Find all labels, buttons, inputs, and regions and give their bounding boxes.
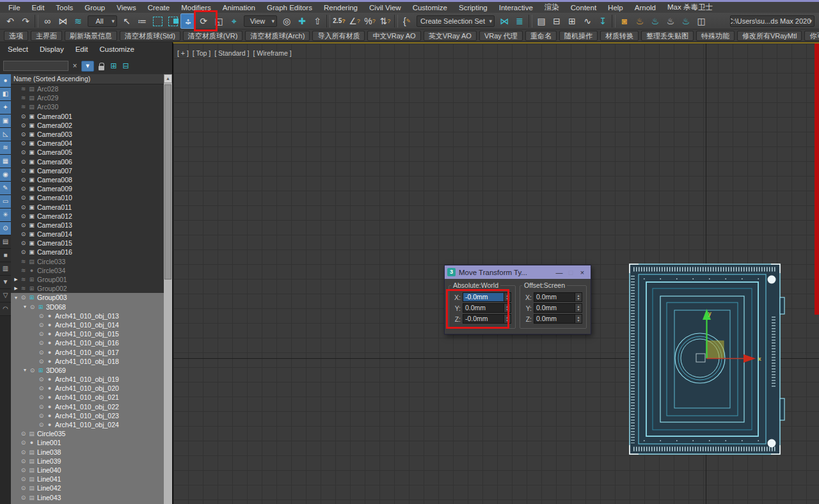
visibility-icon[interactable]: ≋ <box>19 285 28 292</box>
list-item[interactable]: ▶ ≋ ⊞ Group001 <box>11 275 164 284</box>
script-button[interactable]: 导入所有材质 <box>312 31 365 41</box>
script-button[interactable]: 随机操作 <box>559 31 598 41</box>
gizmo-xy-plane[interactable] <box>706 341 724 358</box>
name-column-header[interactable]: Name (Sorted Ascending) <box>11 74 164 84</box>
script-button[interactable]: 清空材质球(VR) <box>183 31 243 41</box>
visibility-icon[interactable]: ⊙ <box>28 367 36 374</box>
display-bones-icon[interactable]: ✎ <box>0 182 11 195</box>
absolute-x-field[interactable]: -0.0mm <box>463 292 511 302</box>
maximize-button[interactable]: □ <box>565 269 576 276</box>
script-button[interactable]: 英文VRay AO <box>424 31 477 41</box>
window-crossing-toggle-icon[interactable] <box>165 13 180 29</box>
visibility-icon[interactable]: ⊙ <box>19 439 28 446</box>
select-and-scale-icon[interactable]: ◱ <box>211 13 227 29</box>
list-item[interactable]: ⊙ ● Arch41_010_obj_024 <box>11 420 164 429</box>
visibility-icon[interactable]: ⊙ <box>19 194 28 201</box>
display-helpers-icon[interactable]: ◺ <box>0 128 11 141</box>
visibility-icon[interactable]: ⊙ <box>19 467 28 473</box>
visibility-icon[interactable]: ⊙ <box>19 449 28 455</box>
hierarchy-view-icon[interactable]: ⊞ <box>109 61 118 70</box>
named-selection-set-dropdown[interactable]: Create Selection Set <box>417 15 495 27</box>
minimize-button[interactable]: — <box>553 269 565 276</box>
menu-customize[interactable]: Customize <box>407 4 453 12</box>
x-spinner[interactable] <box>504 293 511 301</box>
menu-group[interactable]: Group <box>79 4 111 12</box>
list-item[interactable]: ⊙ ▣ Camera003 <box>11 130 164 139</box>
list-item[interactable]: ⊙ ● Arch41_010_obj_017 <box>11 347 164 356</box>
visibility-icon[interactable]: ⊙ <box>19 494 28 501</box>
spinner-snap-icon[interactable]: ⇅ <box>378 13 393 29</box>
snaps-toggle-2-5-icon[interactable]: 2.5 <box>331 13 347 29</box>
scrollbar-thumb[interactable] <box>164 84 171 280</box>
filter-funnel-button[interactable]: ▼ <box>81 61 94 72</box>
material-editor-icon[interactable]: ◙ <box>617 13 632 29</box>
select-by-name-icon[interactable]: ≔ <box>134 13 150 29</box>
select-and-manipulate-icon[interactable]: ⇧ <box>310 13 325 29</box>
menu-tools[interactable]: Tools <box>50 4 79 12</box>
filter-funnel-icon[interactable]: ▼ <box>0 276 11 289</box>
list-item[interactable]: ⊙ ● Arch41_010_obj_019 <box>11 375 164 384</box>
visibility-icon[interactable]: ⊙ <box>19 131 28 138</box>
visibility-icon[interactable]: ⊙ <box>19 476 28 482</box>
offset-z-field[interactable]: 0.0mm <box>534 314 582 324</box>
offset-x-field[interactable]: 0.0mm <box>534 292 582 302</box>
expand-arrow-icon[interactable]: ▼ <box>22 304 28 309</box>
absolute-y-value[interactable]: 0.0mm <box>463 304 504 312</box>
select-and-rotate-icon[interactable]: ⟳ <box>196 13 211 29</box>
material-view-icon[interactable]: ■ <box>0 249 11 262</box>
visibility-icon[interactable]: ⊙ <box>19 177 28 183</box>
menu-edit[interactable]: Edit <box>26 4 51 12</box>
list-item[interactable]: ▶ ≋ ⊞ Group002 <box>11 284 164 293</box>
visibility-icon[interactable]: ⊙ <box>37 322 45 328</box>
visibility-icon[interactable]: ⊙ <box>37 358 45 365</box>
visibility-icon[interactable]: ≋ <box>19 104 28 110</box>
search-input[interactable] <box>3 61 68 71</box>
rect-selection-region-icon[interactable] <box>150 13 165 29</box>
visibility-icon[interactable]: ⊙ <box>37 376 45 382</box>
visibility-icon[interactable]: ⊙ <box>19 168 28 174</box>
selected-wireframe-object[interactable]: y x <box>624 259 786 459</box>
visibility-icon[interactable]: ⊙ <box>19 240 28 246</box>
visibility-icon[interactable]: ⊙ <box>19 113 28 120</box>
list-item[interactable]: ⊙ ▣ Camera012 <box>11 212 164 221</box>
absolute-x-value[interactable]: -0.0mm <box>463 293 504 301</box>
offset-x-value[interactable]: 0.0mm <box>534 293 575 301</box>
render-production-icon[interactable]: ♨ <box>663 13 678 29</box>
display-spacewarps-icon[interactable]: ≋ <box>0 141 11 155</box>
visibility-icon[interactable]: ⊙ <box>37 385 45 391</box>
mirror-icon[interactable]: ⋈ <box>497 13 512 29</box>
scroll-up-button[interactable]: ▲ <box>164 74 172 83</box>
menu-help[interactable]: Help <box>602 4 629 12</box>
dialog-titlebar[interactable]: 3 Move Transform Ty... — □ × <box>445 265 591 279</box>
visibility-icon[interactable]: ⊙ <box>19 294 28 301</box>
list-item[interactable]: ⊙ ▣ Camera001 <box>11 112 164 121</box>
list-item[interactable]: ⊙ ● Line001 <box>11 438 164 447</box>
ribbon-toggle-icon[interactable]: ⊞ <box>564 13 580 29</box>
script-button[interactable]: 材质转换 <box>600 31 639 41</box>
list-item[interactable]: ⊙ ▣ Camera007 <box>11 166 164 175</box>
list-item[interactable]: ⊙ ● Arch41_010_obj_023 <box>11 411 164 420</box>
list-item[interactable]: ⊙ ● Arch41_010_obj_018 <box>11 357 164 366</box>
select-and-link-icon[interactable]: ∞ <box>40 13 55 29</box>
percent-snap-icon[interactable]: % <box>362 13 378 29</box>
visibility-icon[interactable]: ⊙ <box>37 394 45 400</box>
script-button[interactable]: 重命名 <box>525 31 557 41</box>
display-xrefs-icon[interactable]: ◉ <box>0 168 11 182</box>
script-button[interactable]: 修改所有VRayMtl <box>737 31 802 41</box>
visibility-icon[interactable]: ⊙ <box>37 421 45 428</box>
edit-named-selection-sets-icon[interactable]: { <box>399 13 415 29</box>
reference-coordinate-dropdown[interactable]: View <box>244 15 277 27</box>
visibility-icon[interactable]: ⊙ <box>19 458 28 464</box>
display-cameras-icon[interactable]: ▣ <box>0 114 11 128</box>
filter-funnel2-icon[interactable]: ▽ <box>0 289 11 303</box>
schematic-view-icon[interactable]: ↧ <box>595 13 610 29</box>
visibility-icon[interactable]: ⊙ <box>37 331 45 337</box>
absolute-z-value[interactable]: -0.0mm <box>463 315 504 323</box>
script-button[interactable]: 你可以用脚本管理添加按钮到此处 <box>804 31 819 41</box>
script-button[interactable]: 特殊功能 <box>696 31 735 41</box>
visibility-icon[interactable]: ⊙ <box>19 213 28 219</box>
list-item[interactable]: ⊙ ● Arch41_010_obj_013 <box>11 311 164 320</box>
toggle-layer-explorer-icon[interactable]: ⊟ <box>549 13 564 29</box>
menu-file[interactable]: File <box>3 4 26 12</box>
list-item[interactable]: ⊙ ▤ Line043 <box>11 492 164 501</box>
